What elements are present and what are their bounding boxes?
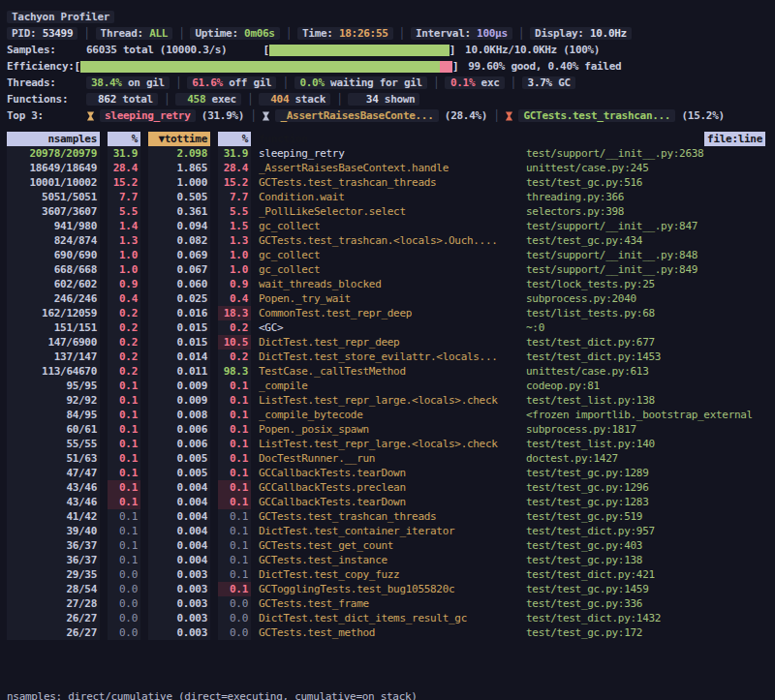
samples-bar-fill: [269, 45, 450, 56]
cell-nsamples: 113/64670: [7, 364, 100, 379]
function-segment-desc: stack: [289, 93, 326, 106]
cell-nsamples: 602/602: [7, 277, 100, 291]
cell-nsamples: 10001/10002: [7, 175, 100, 190]
cell-function: sleeping_retry: [259, 146, 518, 161]
cell-pct-cumulative: 0.1: [218, 509, 251, 524]
cell-pct-cumulative: 0.1: [218, 538, 251, 553]
function-segment-value: 404: [264, 93, 289, 106]
thread-segment-desc: GC: [552, 76, 571, 89]
cell-nsamples: 39/40: [7, 524, 100, 538]
cell-tottime: 0.004: [148, 480, 210, 495]
cell-pct-cumulative: 0.1: [218, 466, 251, 480]
thread-segment: 61.6% off gil: [187, 76, 276, 89]
cell-function: DictTest.test_dict_items_result_gc: [259, 611, 518, 625]
column-header-function[interactable]: function: [259, 132, 518, 146]
cell-nsamples: 3607/3607: [7, 204, 100, 219]
cell-function: _compile: [259, 379, 518, 393]
column-header-pct-direct[interactable]: %: [108, 132, 140, 146]
cell-tottime: 0.016: [148, 306, 210, 320]
status-item: Interval: 100μs: [411, 27, 512, 40]
cell-pct-cumulative: 15.2: [218, 175, 251, 190]
cell-pct-cumulative: 0.1: [218, 553, 251, 567]
cell-pct-direct: 15.2: [108, 175, 140, 190]
cell-pct-cumulative: 0.1: [218, 422, 251, 437]
cell-function: GCTests.test_trashcan_threads: [259, 175, 518, 190]
separator-bar: │: [247, 93, 253, 106]
status-bar: PID: 53499│Thread: ALL│Uptime: 0m06s│Tim…: [7, 25, 768, 42]
cell-tottime: 0.082: [148, 233, 210, 248]
cell-pct-direct: 28.4: [108, 161, 140, 175]
cell-tottime: 0.004: [148, 509, 210, 524]
top3-item-name: sleeping_retry: [100, 109, 196, 122]
column-header-nsamples[interactable]: nsamples: [7, 132, 100, 146]
top3-item[interactable]: GCTests.test_trashcan... (15.2%): [505, 109, 724, 122]
cell-nsamples: 43/46: [7, 480, 100, 495]
efficiency-bar-fail: [440, 61, 452, 73]
column-header-file-line[interactable]: file:line: [526, 132, 768, 146]
top3-item[interactable]: _AssertRaisesBaseConte... (28.4%): [262, 109, 487, 122]
separator-bar: │: [83, 27, 89, 40]
cell-pct-cumulative: 0.2: [218, 350, 251, 364]
column-header-tottime[interactable]: ▼tottime: [148, 132, 210, 146]
cell-pct-cumulative: 1.3: [218, 233, 251, 248]
cell-file-line: unittest/case.py:613: [526, 364, 768, 379]
top3-item[interactable]: sleeping_retry (31.9%): [86, 109, 244, 122]
thread-segment-desc: exc: [475, 76, 499, 89]
cell-file-line: test/test_gc.py:403: [526, 538, 768, 553]
title-row: Tachyon Profiler: [7, 9, 768, 25]
cell-pct-direct: 0.1: [108, 466, 140, 480]
status-item-value: 18:26:55: [339, 27, 388, 40]
cell-function: _AssertRaisesBaseContext.handle: [259, 161, 518, 175]
cell-pct-direct: 0.0: [108, 611, 140, 625]
footer: nsamples: direct/cumulative (direct=exec…: [7, 655, 768, 700]
cell-file-line: test/support/__init__.py:2638: [526, 146, 768, 161]
efficiency-row: Efficiency: [ ] 99.60% good, 0.40% faile…: [7, 58, 768, 75]
top3-item-name: _AssertRaisesBaseConte...: [275, 109, 438, 122]
cell-nsamples: 20978/20979: [7, 146, 100, 161]
cell-pct-direct: 0.1: [108, 480, 140, 495]
cell-function: TestCase._callTestMethod: [259, 364, 518, 379]
samples-label: Samples:: [7, 44, 86, 56]
cell-pct-direct: 0.1: [108, 393, 140, 408]
efficiency-bar-close: ]: [452, 60, 458, 73]
cell-tottime: 0.003: [148, 567, 210, 582]
hourglass-gold-icon: [86, 110, 95, 122]
top3-item-pct: (31.9%): [196, 109, 245, 122]
cell-file-line: test/test_gc.py:434: [526, 233, 768, 248]
cell-pct-direct: 0.1: [108, 422, 140, 437]
cell-pct-cumulative: 0.1: [218, 408, 251, 422]
cell-pct-cumulative: 0.1: [218, 393, 251, 408]
cell-function: gc_collect: [259, 262, 518, 277]
cell-file-line: subprocess.py:1817: [526, 422, 768, 437]
cell-pct-direct: 0.1: [108, 553, 140, 567]
cell-tottime: 2.098: [148, 146, 210, 161]
cell-tottime: 0.003: [148, 611, 210, 625]
cell-pct-cumulative: 0.0: [218, 596, 251, 611]
cell-tottime: 1.000: [148, 175, 210, 190]
column-header-pct-cumulative[interactable]: %: [218, 132, 251, 146]
cell-nsamples: 137/147: [7, 350, 100, 364]
cell-nsamples: 28/54: [7, 582, 100, 596]
cell-file-line: test/test_dict.py:1432: [526, 611, 768, 625]
samples-bar-close: ]: [450, 44, 455, 56]
cell-nsamples: 84/95: [7, 408, 100, 422]
status-item-label: Uptime:: [195, 27, 244, 40]
cell-nsamples: 941/980: [7, 219, 100, 233]
threads-label: Threads:: [7, 76, 86, 89]
cell-tottime: 0.008: [148, 408, 210, 422]
cell-tottime: 0.006: [148, 437, 210, 451]
status-item-value: 100μs: [477, 27, 508, 40]
status-item-value: ALL: [149, 27, 168, 40]
separator-bar: │: [336, 93, 342, 106]
cell-tottime: 0.004: [148, 538, 210, 553]
separator-bar: │: [250, 109, 256, 122]
cell-tottime: 0.009: [148, 393, 210, 408]
cell-pct-cumulative: 0.2: [218, 320, 251, 335]
samples-row: Samples: 66035 total (10000.3/s) [ ] 10.…: [7, 42, 768, 58]
efficiency-bar-good: [80, 61, 440, 73]
cell-nsamples: 92/92: [7, 393, 100, 408]
cell-nsamples: 27/28: [7, 596, 100, 611]
cell-tottime: 0.069: [148, 248, 210, 262]
cell-nsamples: 162/12059: [7, 306, 100, 320]
efficiency-bar: [80, 61, 452, 73]
